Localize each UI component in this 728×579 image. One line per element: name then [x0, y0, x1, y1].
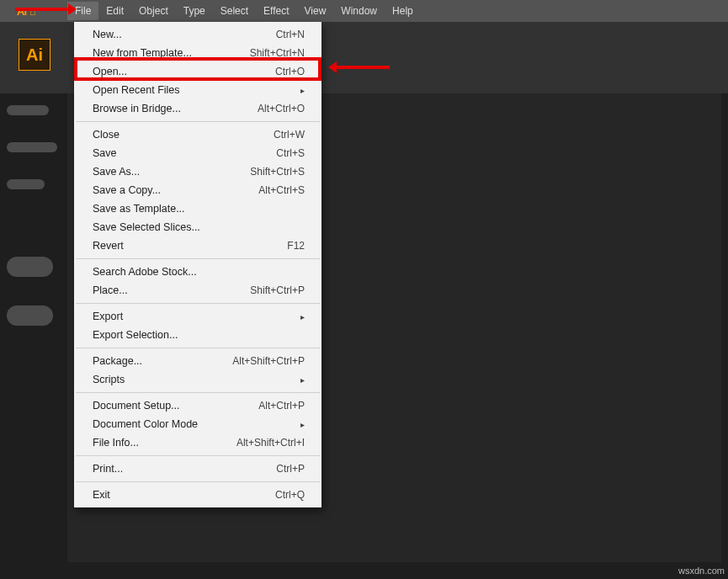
menu-item-new-from-template[interactable]: New from Template...Shift+Ctrl+N [74, 44, 321, 62]
skeleton-pill [7, 305, 53, 326]
menubar-item-view[interactable]: View [297, 2, 334, 20]
menu-item-label: Exit [93, 489, 110, 501]
menu-separator [76, 455, 320, 456]
menu-item-label: Document Setup... [93, 400, 180, 412]
menu-item-browse-in-bridge[interactable]: Browse in Bridge...Alt+Ctrl+O [74, 99, 321, 118]
chevron-right-icon: ▸ [300, 312, 305, 321]
menu-item-package[interactable]: Package...Alt+Shift+Ctrl+P [74, 352, 321, 370]
menu-item-shortcut: Ctrl+W [274, 129, 305, 141]
menu-item-save[interactable]: SaveCtrl+S [74, 144, 321, 162]
menubar-item-object[interactable]: Object [131, 2, 176, 20]
file-menu-dropdown: New...Ctrl+NNew from Template...Shift+Ct… [74, 22, 321, 507]
menu-item-place[interactable]: Place...Shift+Ctrl+P [74, 281, 321, 300]
menu-item-shortcut: F12 [287, 240, 305, 252]
menubar-item-help[interactable]: Help [385, 2, 421, 20]
menu-item-save-selected-slices[interactable]: Save Selected Slices... [74, 218, 321, 236]
chevron-right-icon: ▸ [300, 375, 305, 385]
menu-item-shortcut: Alt+Ctrl+O [258, 103, 305, 114]
menu-item-label: Print... [93, 463, 123, 475]
menubar-item-effect[interactable]: Effect [256, 2, 296, 20]
menu-separator [76, 121, 320, 122]
menu-item-label: Package... [93, 355, 142, 367]
menubar-item-type[interactable]: Type [176, 2, 213, 20]
menubar-item-window[interactable]: Window [333, 2, 385, 20]
side-panel [7, 105, 57, 326]
menu-item-shortcut: Alt+Ctrl+S [258, 184, 305, 196]
menu-separator [76, 392, 320, 393]
menu-item-label: Save [93, 147, 117, 159]
menu-separator [76, 303, 320, 304]
menu-item-label: Search Adobe Stock... [93, 266, 197, 278]
menu-item-save-a-copy[interactable]: Save a Copy...Alt+Ctrl+S [74, 181, 321, 199]
menu-item-label: New from Template... [93, 47, 192, 59]
annotation-arrow-file [15, 8, 70, 11]
menu-item-label: Scripts [93, 374, 125, 385]
menu-item-new[interactable]: New...Ctrl+N [74, 25, 321, 44]
menu-item-search-adobe-stock[interactable]: Search Adobe Stock... [74, 263, 321, 281]
menu-item-label: Export [93, 311, 123, 322]
illustrator-logo: Ai [19, 39, 50, 71]
menu-item-shortcut: Shift+Ctrl+N [250, 47, 305, 59]
menubar-item-edit[interactable]: Edit [98, 2, 131, 20]
menu-item-save-as[interactable]: Save As...Shift+Ctrl+S [74, 162, 321, 181]
menu-item-shortcut: Alt+Ctrl+P [258, 400, 305, 412]
menu-item-export[interactable]: Export▸ [74, 307, 321, 326]
logo-strip: Ai ⌂ [17, 5, 67, 18]
menu-item-label: Browse in Bridge... [93, 103, 181, 114]
menu-item-label: Save As... [93, 166, 140, 178]
menu-item-label: Open... [93, 66, 127, 77]
menu-item-shortcut: Ctrl+Q [275, 489, 305, 501]
menu-item-label: Export Selection... [93, 329, 178, 341]
menu-separator [76, 348, 320, 348]
menu-item-label: File Info... [93, 437, 139, 449]
menu-item-label: Place... [93, 284, 128, 296]
watermark: wsxdn.com [678, 566, 725, 576]
menu-item-label: Open Recent Files [93, 84, 180, 96]
skeleton-pill [7, 257, 53, 277]
chevron-right-icon: ▸ [300, 420, 305, 429]
menu-item-shortcut: Shift+Ctrl+S [250, 166, 305, 178]
menu-item-label: Save Selected Slices... [93, 221, 200, 233]
menu-item-shortcut: Alt+Shift+Ctrl+I [236, 437, 305, 449]
menu-item-shortcut: Ctrl+N [276, 29, 305, 40]
menu-item-label: Revert [93, 240, 124, 252]
menu-item-open-recent-files[interactable]: Open Recent Files▸ [74, 81, 321, 99]
menu-item-shortcut: Ctrl+P [276, 463, 305, 475]
menu-item-shortcut: Alt+Shift+Ctrl+P [232, 355, 305, 367]
home-icon: ⌂ [29, 5, 35, 18]
menu-item-document-setup[interactable]: Document Setup...Alt+Ctrl+P [74, 396, 321, 415]
logo-small-text: Ai [17, 5, 26, 18]
menu-item-close[interactable]: CloseCtrl+W [74, 125, 321, 144]
chevron-right-icon: ▸ [300, 86, 305, 95]
menu-separator [76, 481, 320, 482]
menubar-item-select[interactable]: Select [213, 2, 256, 20]
menu-item-file-info[interactable]: File Info...Alt+Shift+Ctrl+I [74, 433, 321, 452]
menu-item-shortcut: Ctrl+O [275, 66, 305, 77]
menu-item-label: Close [93, 129, 120, 141]
menu-separator [76, 258, 320, 259]
menu-item-export-selection[interactable]: Export Selection... [74, 326, 321, 344]
skeleton-line [7, 179, 45, 189]
skeleton-line [7, 142, 57, 152]
skeleton-line [7, 105, 49, 115]
menu-item-scripts[interactable]: Scripts▸ [74, 370, 321, 389]
menu-item-document-color-mode[interactable]: Document Color Mode▸ [74, 415, 321, 433]
menubar: Ai ⌂ FileEditObjectTypeSelectEffectViewW… [0, 0, 728, 22]
menubar-items: FileEditObjectTypeSelectEffectViewWindow… [67, 2, 421, 20]
menu-item-open[interactable]: Open...Ctrl+O [74, 62, 321, 81]
menu-item-revert[interactable]: RevertF12 [74, 236, 321, 255]
menu-item-label: New... [93, 29, 122, 40]
menu-item-exit[interactable]: ExitCtrl+Q [74, 486, 321, 504]
menu-item-label: Save a Copy... [93, 184, 161, 196]
menu-item-shortcut: Shift+Ctrl+P [250, 284, 305, 296]
menu-item-shortcut: Ctrl+S [276, 147, 305, 159]
menu-item-save-as-template[interactable]: Save as Template... [74, 199, 321, 218]
annotation-arrow-open [335, 66, 390, 69]
menu-item-label: Save as Template... [93, 203, 185, 215]
menu-item-label: Document Color Mode [93, 418, 198, 430]
menu-item-print[interactable]: Print...Ctrl+P [74, 459, 321, 478]
